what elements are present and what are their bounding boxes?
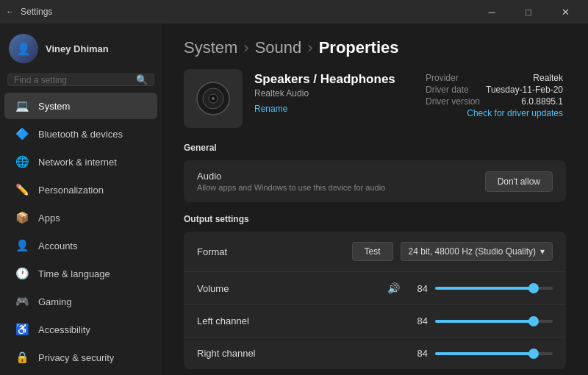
speaker-icon bbox=[195, 80, 232, 117]
network-icon: 🌐 bbox=[15, 154, 29, 169]
breadcrumb-system[interactable]: System bbox=[184, 38, 237, 57]
sidebar-item-accessibility[interactable]: ♿ Accessibility bbox=[4, 316, 157, 343]
right-channel-fill bbox=[435, 352, 534, 355]
format-dropdown[interactable]: 24 bit, 48000 Hz (Studio Quality) ▾ bbox=[401, 242, 553, 261]
output-section-title: Output settings bbox=[162, 214, 588, 232]
user-name: Viney Dhiman bbox=[46, 43, 109, 54]
maximize-button[interactable]: □ bbox=[512, 0, 545, 24]
driver-link[interactable]: Check for driver updates bbox=[467, 108, 563, 118]
output-panel: Format Test 24 bit, 48000 Hz (Studio Qua… bbox=[184, 232, 566, 369]
accounts-icon: 👤 bbox=[15, 238, 29, 253]
volume-thumb[interactable] bbox=[528, 283, 539, 293]
bluetooth-icon: 🔷 bbox=[15, 126, 29, 141]
right-channel-thumb[interactable] bbox=[528, 349, 539, 359]
device-meta: Provider Realtek Driver date Tuesday-11-… bbox=[423, 69, 566, 119]
general-section-title: General bbox=[162, 143, 588, 160]
sidebar-label-bluetooth: Bluetooth & devices bbox=[38, 129, 123, 140]
apps-icon: 📦 bbox=[15, 210, 29, 225]
sidebar-item-privacy[interactable]: 🔒 Privacy & security bbox=[4, 344, 157, 371]
device-subtitle: Realtek Audio bbox=[254, 88, 411, 99]
right-channel-label: Right channel bbox=[197, 348, 300, 359]
breadcrumb-sep-1: › bbox=[243, 38, 248, 57]
test-button[interactable]: Test bbox=[352, 242, 393, 261]
sidebar-label-system: System bbox=[38, 101, 70, 112]
driver-date-label: Driver date bbox=[423, 84, 483, 96]
avatar-image: 👤 bbox=[9, 34, 38, 63]
provider-label: Provider bbox=[423, 72, 483, 84]
rename-link[interactable]: Rename bbox=[254, 104, 287, 114]
sidebar: 👤 Viney Dhiman 🔍 💻 System 🔷 Bluetooth & … bbox=[0, 24, 162, 375]
driver-date-value: Tuesday-11-Feb-20 bbox=[483, 84, 566, 96]
left-channel-value: 84 bbox=[407, 315, 428, 326]
volume-value: 84 bbox=[407, 283, 428, 294]
volume-controls: 🔊 84 bbox=[387, 282, 553, 294]
system-icon: 💻 bbox=[15, 99, 29, 113]
user-section: 👤 Viney Dhiman bbox=[0, 24, 162, 71]
sidebar-item-windows-update[interactable]: 🔄 Windows Update bbox=[4, 372, 157, 375]
search-input[interactable] bbox=[14, 75, 136, 85]
provider-value: Realtek bbox=[483, 72, 566, 84]
format-row: Format Test 24 bit, 48000 Hz (Studio Qua… bbox=[184, 232, 566, 272]
close-button[interactable]: ✕ bbox=[548, 0, 582, 24]
user-info: Viney Dhiman bbox=[46, 43, 109, 54]
left-channel-controls: 84 bbox=[407, 315, 553, 326]
app-body: 👤 Viney Dhiman 🔍 💻 System 🔷 Bluetooth & … bbox=[0, 24, 588, 375]
audio-info: Audio Allow apps and Windows to use this… bbox=[197, 171, 385, 192]
back-button[interactable]: ← bbox=[6, 7, 15, 17]
right-channel-controls: 84 bbox=[407, 348, 553, 359]
driver-version-value: 6.0.8895.1 bbox=[483, 96, 566, 107]
sidebar-item-personalization[interactable]: ✏️ Personalization bbox=[4, 176, 157, 203]
title-bar: ← Settings ─ □ ✕ bbox=[0, 0, 588, 24]
right-channel-slider[interactable] bbox=[435, 352, 553, 355]
driver-version-label: Driver version bbox=[423, 96, 483, 107]
sidebar-label-accounts: Accounts bbox=[38, 240, 77, 251]
sidebar-item-gaming[interactable]: 🎮 Gaming bbox=[4, 288, 157, 315]
content-area: System › Sound › Properties Speakers / H… bbox=[162, 24, 588, 375]
device-icon-box bbox=[184, 69, 243, 128]
search-icon: 🔍 bbox=[136, 74, 148, 85]
volume-row: Volume 🔊 84 bbox=[184, 272, 566, 305]
format-value: 24 bit, 48000 Hz (Studio Quality) bbox=[409, 246, 536, 257]
sidebar-item-time[interactable]: 🕐 Time & language bbox=[4, 260, 157, 287]
sidebar-item-apps[interactable]: 📦 Apps bbox=[4, 204, 157, 231]
device-name: Speakers / Headphones bbox=[254, 72, 411, 87]
device-card: Speakers / Headphones Realtek Audio Rena… bbox=[184, 69, 566, 128]
dropdown-chevron-icon: ▾ bbox=[540, 246, 545, 257]
right-channel-control: 84 bbox=[407, 348, 553, 359]
breadcrumb-properties: Properties bbox=[319, 38, 399, 57]
privacy-icon: 🔒 bbox=[15, 350, 29, 365]
minimize-button[interactable]: ─ bbox=[475, 0, 509, 24]
sidebar-label-accessibility: Accessibility bbox=[38, 324, 90, 335]
sidebar-label-network: Network & internet bbox=[38, 157, 117, 168]
sidebar-item-network[interactable]: 🌐 Network & internet bbox=[4, 149, 157, 175]
sidebar-item-accounts[interactable]: 👤 Accounts bbox=[4, 232, 157, 259]
audio-desc: Allow apps and Windows to use this devic… bbox=[197, 183, 385, 192]
audio-panel: Audio Allow apps and Windows to use this… bbox=[184, 160, 566, 202]
volume-slider[interactable] bbox=[435, 287, 553, 290]
breadcrumb: System › Sound › Properties bbox=[162, 24, 588, 69]
dont-allow-button[interactable]: Don't allow bbox=[485, 171, 553, 192]
title-bar-controls: ─ □ ✕ bbox=[475, 0, 582, 24]
volume-label: Volume bbox=[197, 283, 300, 294]
left-channel-control: 84 bbox=[407, 315, 553, 326]
left-channel-slider[interactable] bbox=[435, 320, 553, 323]
title-bar-left: ← Settings bbox=[6, 7, 52, 17]
left-channel-label: Left channel bbox=[197, 315, 300, 326]
gaming-icon: 🎮 bbox=[15, 294, 29, 309]
volume-control: 🔊 84 bbox=[387, 282, 553, 294]
format-label: Format bbox=[197, 246, 300, 257]
left-channel-thumb[interactable] bbox=[528, 316, 539, 326]
personalization-icon: ✏️ bbox=[15, 182, 29, 197]
sidebar-item-bluetooth[interactable]: 🔷 Bluetooth & devices bbox=[4, 121, 157, 147]
avatar: 👤 bbox=[9, 34, 38, 63]
volume-icon: 🔊 bbox=[387, 282, 400, 294]
accessibility-icon: ♿ bbox=[15, 322, 29, 337]
sidebar-label-gaming: Gaming bbox=[38, 296, 72, 307]
sidebar-label-personalization: Personalization bbox=[38, 185, 104, 196]
volume-fill bbox=[435, 287, 534, 290]
breadcrumb-sound[interactable]: Sound bbox=[255, 38, 302, 57]
sidebar-item-system[interactable]: 💻 System bbox=[4, 93, 157, 119]
right-channel-row: Right channel 84 bbox=[184, 338, 566, 369]
search-box[interactable]: 🔍 bbox=[7, 74, 154, 86]
title-bar-title: Settings bbox=[21, 7, 52, 17]
